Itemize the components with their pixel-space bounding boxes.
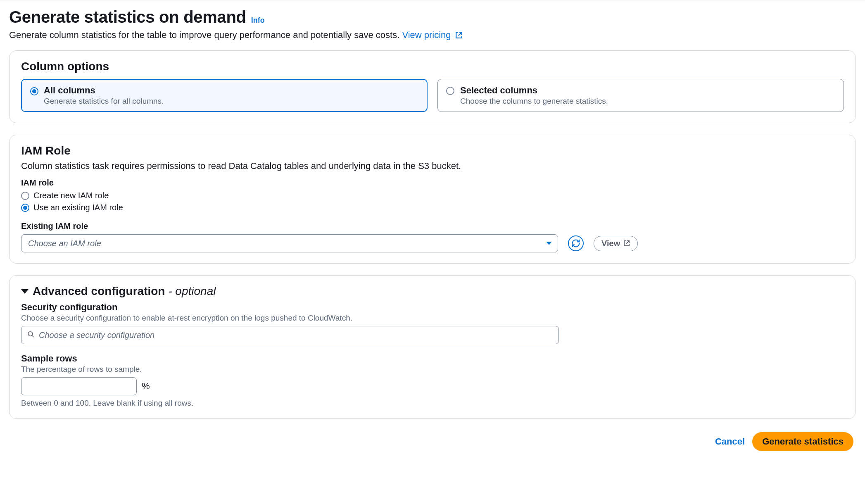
svg-point-0 [28, 332, 33, 336]
all-columns-label: All columns [44, 85, 420, 96]
use-existing-iam-role-label: Use an existing IAM role [33, 203, 123, 212]
iam-role-description: Column statistics task requires permissi… [21, 161, 844, 171]
page-description-text: Generate column statistics for the table… [9, 30, 402, 40]
existing-iam-role-placeholder: Choose an IAM role [28, 239, 101, 248]
selected-columns-label: Selected columns [460, 85, 836, 96]
advanced-configuration-panel: Advanced configuration - optional Securi… [9, 275, 856, 419]
view-button-label: View [601, 239, 620, 248]
radio-icon [21, 204, 29, 212]
radio-icon [21, 192, 29, 200]
create-new-iam-role-label: Create new IAM role [33, 191, 109, 200]
external-link-icon [623, 240, 630, 247]
all-columns-tile[interactable]: All columns Generate statistics for all … [21, 79, 428, 112]
iam-role-title: IAM Role [21, 144, 844, 157]
security-configuration-description: Choose a security configuration to enabl… [21, 314, 844, 323]
all-columns-description: Generate statistics for all columns. [44, 97, 420, 106]
advanced-configuration-toggle[interactable]: Advanced configuration - optional [21, 285, 844, 298]
security-configuration-placeholder: Choose a security configuration [39, 330, 154, 340]
security-configuration-select[interactable]: Choose a security configuration [21, 326, 559, 344]
selected-columns-tile[interactable]: Selected columns Choose the columns to g… [437, 79, 844, 112]
use-existing-iam-role-radio[interactable]: Use an existing IAM role [21, 203, 844, 212]
page-description: Generate column statistics for the table… [9, 30, 856, 41]
view-iam-role-button[interactable]: View [594, 236, 638, 251]
radio-icon [446, 87, 454, 95]
sample-rows-input[interactable] [21, 377, 137, 395]
cancel-button[interactable]: Cancel [715, 436, 745, 447]
column-options-panel: Column options All columns Generate stat… [9, 50, 856, 123]
info-link[interactable]: Info [251, 16, 265, 25]
external-link-icon [455, 31, 463, 41]
search-icon [27, 331, 35, 340]
iam-role-field-label: IAM role [21, 178, 844, 188]
view-pricing-link[interactable]: View pricing [402, 30, 462, 40]
sample-rows-constraint: Between 0 and 100. Leave blank if using … [21, 399, 844, 408]
page-title: Generate statistics on demand [9, 8, 246, 26]
view-pricing-label: View pricing [402, 30, 451, 40]
create-new-iam-role-radio[interactable]: Create new IAM role [21, 191, 844, 200]
security-configuration-label: Security configuration [21, 302, 844, 313]
caret-down-icon [546, 242, 552, 245]
caret-down-icon [21, 289, 29, 294]
sample-rows-label: Sample rows [21, 353, 844, 364]
advanced-configuration-title: Advanced configuration - optional [33, 285, 216, 298]
radio-icon [30, 87, 38, 95]
column-options-title: Column options [21, 60, 844, 73]
refresh-iam-roles-button[interactable] [568, 235, 584, 251]
existing-iam-role-label: Existing IAM role [21, 221, 844, 231]
sample-rows-unit: % [142, 381, 150, 392]
existing-iam-role-select[interactable]: Choose an IAM role [21, 234, 558, 252]
iam-role-panel: IAM Role Column statistics task requires… [9, 135, 856, 264]
selected-columns-description: Choose the columns to generate statistic… [460, 97, 836, 106]
advanced-title-optional: - optional [168, 285, 216, 297]
generate-statistics-button[interactable]: Generate statistics [752, 432, 853, 451]
advanced-title-text: Advanced configuration [33, 285, 168, 297]
refresh-icon [571, 239, 580, 248]
footer-actions: Cancel Generate statistics [9, 430, 856, 453]
sample-rows-description: The percentage of rows to sample. [21, 365, 844, 374]
